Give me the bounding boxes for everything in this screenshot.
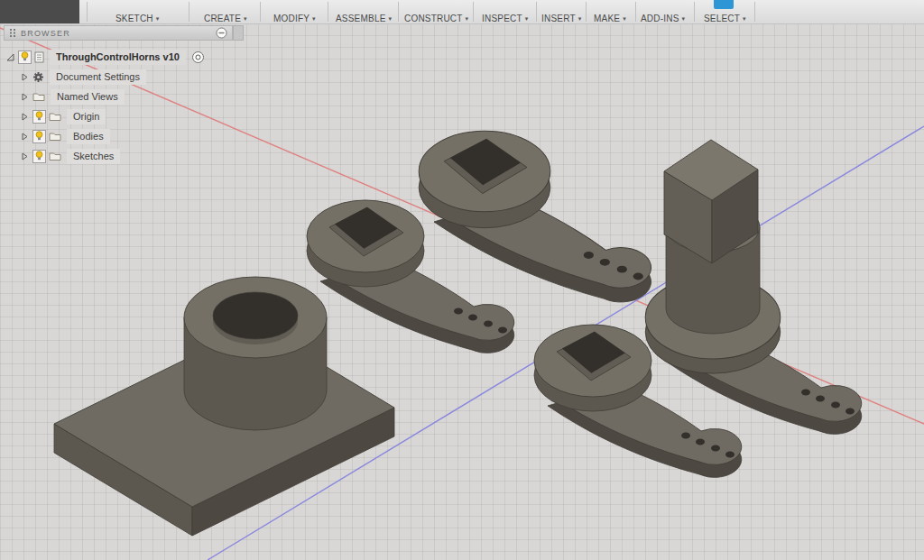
collapsed-arrow-icon[interactable] <box>21 93 29 101</box>
browser-item-bodies[interactable]: Bodies <box>18 126 238 146</box>
browser-item-label[interactable]: Origin <box>67 109 106 124</box>
browser-item-sketches[interactable]: Sketches <box>18 146 238 166</box>
browser-item-label[interactable]: Document Settings <box>50 69 146 85</box>
browser-tree: ThroughControlHorns v10 Document <box>4 47 238 166</box>
toolbar-tab-label: ADD-INS <box>641 14 679 23</box>
dropdown-caret-icon: ▾ <box>312 15 316 23</box>
collapsed-arrow-icon[interactable] <box>21 152 29 161</box>
collapse-panel-icon[interactable] <box>216 27 227 39</box>
toolbar-tab-modify[interactable]: MODIFY ▾ <box>273 0 316 28</box>
expand-arrow-icon[interactable] <box>6 53 14 61</box>
model-base-plate-with-boss[interactable] <box>54 277 394 536</box>
dropdown-caret-icon: ▾ <box>743 15 746 23</box>
toolbar-tab-label: SELECT <box>704 14 740 23</box>
toolbar-tab-assemble[interactable]: ASSEMBLE ▾ <box>336 0 392 28</box>
toolbar-tab-create[interactable]: CREATE ▾ <box>204 0 247 28</box>
toolbar-tab-label: MODIFY <box>273 14 310 23</box>
browser-panel: BROWSER ThroughControlHor <box>4 25 238 166</box>
collapsed-arrow-icon[interactable] <box>21 133 29 141</box>
model-control-horn-large[interactable] <box>419 131 651 302</box>
toolbar-tab-label: INSERT <box>541 14 576 23</box>
browser-item-label[interactable]: Named Views <box>51 89 125 105</box>
visibility-bulb-icon[interactable] <box>32 130 46 143</box>
folder-icon <box>32 91 45 102</box>
document-icon <box>34 51 44 63</box>
toolbar-tab-select[interactable]: SELECT ▾ <box>704 0 746 28</box>
collapsed-arrow-icon[interactable] <box>21 73 29 81</box>
folder-icon <box>49 131 61 142</box>
dropdown-caret-icon: ▾ <box>156 15 160 23</box>
collapsed-arrow-icon[interactable] <box>21 113 29 121</box>
visibility-bulb-icon[interactable] <box>18 50 32 64</box>
main-toolbar: SKETCH ▾ CREATE ▾ MODIFY ▾ ASSEMBLE ▾ CO… <box>0 0 924 24</box>
browser-panel-title: BROWSER <box>21 29 216 38</box>
folder-icon <box>49 111 61 122</box>
toolbar-tab-sketch[interactable]: SKETCH ▾ <box>116 0 159 28</box>
dropdown-caret-icon: ▾ <box>389 15 393 23</box>
browser-item-origin[interactable]: Origin <box>18 106 238 126</box>
toolbar-tab-inspect[interactable]: INSPECT ▾ <box>482 0 528 28</box>
browser-item-document-settings[interactable]: Document Settings <box>18 67 238 87</box>
gear-icon <box>32 71 44 83</box>
app-logo-block[interactable] <box>0 0 79 23</box>
toolbar-tab-addins[interactable]: ADD-INS ▾ <box>641 0 685 28</box>
dropdown-caret-icon: ▾ <box>525 15 529 23</box>
browser-item-named-views[interactable]: Named Views <box>18 87 238 106</box>
browser-item-label[interactable]: Bodies <box>67 129 110 144</box>
toolbar-tab-label: ASSEMBLE <box>336 14 386 23</box>
toolbar-tab-label: INSPECT <box>482 14 522 23</box>
toolbar-tab-insert[interactable]: INSERT ▾ <box>541 0 581 28</box>
folder-icon <box>49 151 61 161</box>
dropdown-caret-icon: ▾ <box>682 15 686 23</box>
toolbar-tab-label: CONSTRUCT <box>404 14 463 23</box>
component-radio-icon[interactable] <box>191 50 205 64</box>
dropdown-caret-icon: ▾ <box>578 15 582 23</box>
visibility-bulb-icon[interactable] <box>32 110 46 124</box>
component-name-label[interactable]: ThroughControlHorns v10 <box>50 50 186 65</box>
dropdown-caret-icon: ▾ <box>244 15 247 23</box>
toolbar-tab-make[interactable]: MAKE ▾ <box>594 0 626 28</box>
browser-item-label[interactable]: Sketches <box>67 149 120 164</box>
dropdown-caret-icon: ▾ <box>623 15 626 23</box>
visibility-bulb-icon[interactable] <box>32 150 46 163</box>
dropdown-caret-icon: ▾ <box>466 15 469 23</box>
browser-root-item[interactable]: ThroughControlHorns v10 <box>4 47 238 67</box>
toolbar-tab-label: MAKE <box>594 14 620 23</box>
toolbar-tab-construct[interactable]: CONSTRUCT ▾ <box>404 0 468 28</box>
toolbar-tab-label: CREATE <box>204 14 241 23</box>
toolbar-tab-label: SKETCH <box>116 14 153 23</box>
panel-grip-icon <box>9 28 16 38</box>
